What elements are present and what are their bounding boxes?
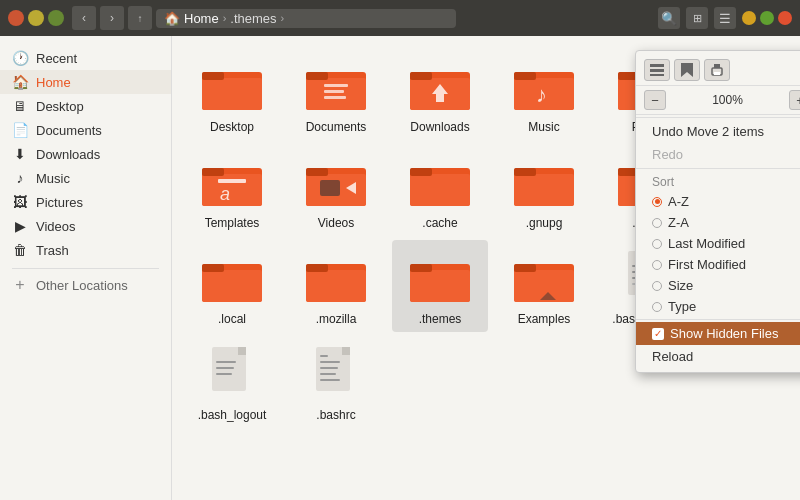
file-item-local[interactable]: .local xyxy=(184,240,280,332)
svg-rect-24 xyxy=(202,168,224,176)
sidebar-item-documents[interactable]: 📄 Documents xyxy=(0,118,171,142)
close-button[interactable] xyxy=(8,10,24,26)
svg-rect-45 xyxy=(306,270,366,302)
sort-size[interactable]: Size xyxy=(636,275,800,296)
file-label-templates: Templates xyxy=(205,216,260,230)
svg-rect-7 xyxy=(324,90,344,93)
back-button[interactable]: ‹ xyxy=(72,6,96,30)
win-close[interactable] xyxy=(778,11,792,25)
radio-za xyxy=(652,218,662,228)
sort-first-modified[interactable]: First Modified xyxy=(636,254,800,275)
file-item-downloads[interactable]: Downloads xyxy=(392,48,488,140)
svg-rect-81 xyxy=(714,72,720,75)
sidebar-item-recent[interactable]: 🕐 Recent xyxy=(0,46,171,70)
zoom-in-button[interactable]: + xyxy=(789,90,800,110)
svg-rect-34 xyxy=(410,168,432,176)
svg-text:♪: ♪ xyxy=(536,82,547,107)
zoom-out-button[interactable]: − xyxy=(644,90,666,110)
show-hidden-files[interactable]: ✓ Show Hidden Files xyxy=(636,322,800,345)
menu-divider-2 xyxy=(636,168,800,169)
svg-rect-8 xyxy=(324,96,346,99)
svg-rect-36 xyxy=(514,174,574,206)
add-icon: + xyxy=(12,277,28,293)
folder-icon-themes xyxy=(408,246,472,310)
file-item-templates[interactable]: a Templates xyxy=(184,144,280,236)
sort-za[interactable]: Z-A xyxy=(636,212,800,233)
win-maximize[interactable] xyxy=(760,11,774,25)
file-item-bashrc[interactable]: .bashrc xyxy=(288,336,384,428)
sort-type[interactable]: Type xyxy=(636,296,800,317)
sidebar-label-documents: Documents xyxy=(36,123,102,138)
file-item-bash-logout[interactable]: .bash_logout xyxy=(184,336,280,428)
menu-toolbar xyxy=(636,55,800,86)
recent-icon: 🕐 xyxy=(12,50,28,66)
sidebar-item-desktop[interactable]: 🖥 Desktop xyxy=(0,94,171,118)
svg-rect-30 xyxy=(320,180,340,196)
menu-item-redo: Redo xyxy=(636,143,800,166)
file-item-themes[interactable]: .themes xyxy=(392,240,488,332)
sidebar-section-bookmarks: 🕐 Recent 🏠 Home 🖥 Desktop 📄 Documents ⬇ … xyxy=(0,44,171,264)
menu-item-undo[interactable]: Undo Move 2 items xyxy=(636,120,800,143)
menu-divider-1 xyxy=(636,117,800,118)
file-item-examples[interactable]: Examples xyxy=(496,240,592,332)
breadcrumb-end-sep: › xyxy=(281,12,285,24)
sidebar-label-home: Home xyxy=(36,75,71,90)
music-icon: ♪ xyxy=(12,170,28,186)
sidebar-item-pictures[interactable]: 🖼 Pictures xyxy=(0,190,171,214)
menu-item-reload[interactable]: Reload xyxy=(636,345,800,368)
sort-az-label: A-Z xyxy=(668,194,689,209)
sort-az[interactable]: A-Z xyxy=(636,191,800,212)
sidebar-item-other-locations[interactable]: + Other Locations xyxy=(0,273,171,297)
svg-rect-33 xyxy=(410,174,470,206)
sidebar-item-videos[interactable]: ▶ Videos xyxy=(0,214,171,238)
maximize-button[interactable] xyxy=(48,10,64,26)
forward-button[interactable]: › xyxy=(100,6,124,30)
svg-rect-71 xyxy=(320,361,340,363)
sidebar-item-trash[interactable]: 🗑 Trash xyxy=(0,238,171,262)
breadcrumb-home-icon: 🏠 xyxy=(164,11,180,26)
search-button[interactable]: 🔍 xyxy=(658,7,680,29)
sidebar-item-music[interactable]: ♪ Music xyxy=(0,166,171,190)
sidebar-item-downloads[interactable]: ⬇ Downloads xyxy=(0,142,171,166)
svg-rect-11 xyxy=(410,72,432,80)
folder-icon-cache xyxy=(408,150,472,214)
sort-size-label: Size xyxy=(668,278,693,293)
svg-rect-48 xyxy=(410,270,470,302)
titlebar-right: 🔍 ⊞ ☰ xyxy=(658,7,792,29)
folder-icon-desktop xyxy=(200,54,264,118)
svg-rect-25 xyxy=(218,179,246,183)
sidebar-label-other-locations: Other Locations xyxy=(36,278,128,293)
file-item-desktop[interactable]: Desktop xyxy=(184,48,280,140)
file-item-cache[interactable]: .cache xyxy=(392,144,488,236)
trash-icon: 🗑 xyxy=(12,242,28,258)
up-button[interactable]: ↑ xyxy=(128,6,152,30)
sidebar-item-home[interactable]: 🏠 Home xyxy=(0,70,171,94)
main-area: 🕐 Recent 🏠 Home 🖥 Desktop 📄 Documents ⬇ … xyxy=(0,36,800,500)
folder-icon-examples xyxy=(512,246,576,310)
toolbar-bookmark[interactable] xyxy=(674,59,700,81)
menu-button[interactable]: ☰ xyxy=(714,7,736,29)
file-item-music[interactable]: ♪ Music xyxy=(496,48,592,140)
svg-rect-37 xyxy=(514,168,536,176)
toolbar-print[interactable] xyxy=(704,59,730,81)
file-label-downloads: Downloads xyxy=(410,120,469,134)
minimize-button[interactable] xyxy=(28,10,44,26)
svg-rect-4 xyxy=(306,78,366,110)
file-label-bash-logout: .bash_logout xyxy=(198,408,267,422)
show-hidden-label: Show Hidden Files xyxy=(670,326,778,341)
breadcrumb[interactable]: 🏠 Home › .themes › xyxy=(156,9,456,28)
win-minimize[interactable] xyxy=(742,11,756,25)
file-item-mozilla[interactable]: .mozilla xyxy=(288,240,384,332)
toolbar-list-view[interactable] xyxy=(644,59,670,81)
file-label-examples: Examples xyxy=(518,312,571,326)
breadcrumb-home-label: Home xyxy=(184,11,219,26)
sidebar-label-music: Music xyxy=(36,171,70,186)
view-toggle-button[interactable]: ⊞ xyxy=(686,7,708,29)
file-item-videos[interactable]: Videos xyxy=(288,144,384,236)
folder-icon-downloads xyxy=(408,54,472,118)
svg-rect-63 xyxy=(238,347,246,355)
sidebar-divider xyxy=(12,268,159,269)
file-item-documents[interactable]: Documents xyxy=(288,48,384,140)
sort-last-modified[interactable]: Last Modified xyxy=(636,233,800,254)
file-item-gnupg[interactable]: .gnupg xyxy=(496,144,592,236)
